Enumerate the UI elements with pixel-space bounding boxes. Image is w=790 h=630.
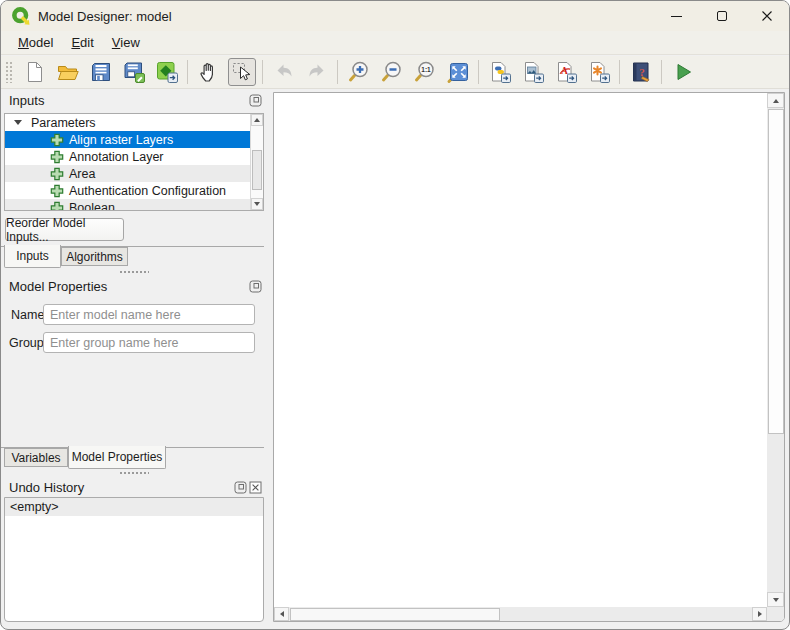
new-model-button[interactable]	[21, 58, 49, 86]
toolbar-separator	[262, 60, 263, 84]
tree-item-boolean[interactable]: Boolean	[5, 199, 250, 211]
undo-history-list: <empty>	[4, 497, 264, 622]
toolbar: 1:1	[1, 56, 789, 89]
horizontal-scrollbar-thumb[interactable]	[290, 608, 500, 621]
save-model-as-button[interactable]	[120, 58, 148, 86]
export-python-icon	[488, 60, 512, 84]
close-panel-icon[interactable]	[249, 481, 262, 494]
help-button[interactable]: ?	[627, 58, 655, 86]
maximize-icon	[717, 11, 727, 21]
toolbar-separator	[661, 60, 662, 84]
tab-model-properties[interactable]: Model Properties	[68, 446, 166, 469]
tab-inputs[interactable]: Inputs	[4, 245, 61, 268]
group-label: Group	[9, 336, 44, 350]
tree-item-area[interactable]: Area	[5, 165, 250, 182]
left-dock-area: Inputs Parameters Align raster Layers An…	[1, 89, 267, 622]
pan-icon	[197, 60, 221, 84]
scroll-up-icon[interactable]	[251, 114, 263, 126]
inputs-tree: Parameters Align raster Layers Annotatio…	[4, 113, 264, 211]
toolbar-separator	[337, 60, 338, 84]
select-tool-button[interactable]	[228, 58, 256, 86]
tab-algorithms[interactable]: Algorithms	[61, 247, 128, 266]
scroll-up-icon[interactable]	[767, 93, 784, 108]
float-panel-icon[interactable]	[249, 94, 262, 107]
open-model-button[interactable]	[54, 58, 82, 86]
zoom-full-button[interactable]	[444, 58, 472, 86]
plus-icon	[50, 150, 64, 164]
export-pdf-button[interactable]: A	[552, 58, 580, 86]
close-button[interactable]	[744, 1, 789, 31]
scrollbar-corner	[767, 607, 784, 621]
tree-item-authentication-configuration[interactable]: Authentication Configuration	[5, 182, 250, 199]
zoom-actual-button[interactable]: 1:1	[411, 58, 439, 86]
zoom-in-button[interactable]	[345, 58, 373, 86]
window-title: Model Designer: model	[38, 9, 172, 24]
inputs-panel-title: Inputs	[9, 93, 44, 108]
toolbar-separator	[619, 60, 620, 84]
minimize-button[interactable]	[654, 1, 699, 31]
pan-tool-button[interactable]	[195, 58, 223, 86]
export-svg-button[interactable]	[585, 58, 613, 86]
select-icon	[230, 60, 254, 84]
qgis-logo-icon	[11, 6, 31, 26]
save-model-in-project-icon	[155, 60, 179, 84]
splitter-handle[interactable]	[119, 471, 149, 475]
menu-view[interactable]: View	[103, 32, 149, 53]
scroll-right-icon[interactable]	[752, 607, 767, 621]
svg-text:1:1: 1:1	[421, 66, 431, 73]
plus-icon	[50, 184, 64, 198]
plus-icon	[50, 133, 64, 147]
toolbar-separator	[187, 60, 188, 84]
help-icon: ?	[629, 60, 653, 84]
undo-button	[270, 58, 298, 86]
tree-scrollbar[interactable]	[250, 114, 263, 210]
model-canvas[interactable]	[273, 92, 785, 622]
toolbar-separator	[478, 60, 479, 84]
model-group-input[interactable]	[43, 332, 255, 353]
zoom-out-icon	[380, 60, 404, 84]
export-image-button[interactable]	[519, 58, 547, 86]
tree-scrollbar-thumb[interactable]	[252, 150, 262, 190]
tree-item-align-raster-layers[interactable]: Align raster Layers	[5, 131, 250, 148]
save-model-icon	[89, 60, 113, 84]
plus-icon	[50, 167, 64, 181]
undo-history-panel-title: Undo History	[9, 480, 84, 495]
run-model-button[interactable]	[669, 58, 697, 86]
reorder-model-inputs-button[interactable]: Reorder Model Inputs...	[5, 218, 124, 241]
scroll-down-icon[interactable]	[251, 198, 263, 210]
export-python-button[interactable]	[486, 58, 514, 86]
export-image-icon	[521, 60, 545, 84]
scroll-left-icon[interactable]	[274, 607, 289, 621]
menu-bar: Model Edit View	[1, 31, 789, 55]
toolbar-drag-handle[interactable]	[5, 61, 12, 83]
tree-item-annotation-layer[interactable]: Annotation Layer	[5, 148, 250, 165]
splitter-handle[interactable]	[119, 270, 149, 274]
minimize-icon	[671, 16, 682, 17]
canvas-horizontal-scrollbar[interactable]	[274, 607, 767, 621]
open-model-icon	[56, 60, 80, 84]
zoom-out-button[interactable]	[378, 58, 406, 86]
undo-icon	[272, 60, 296, 84]
redo-icon	[305, 60, 329, 84]
maximize-button[interactable]	[699, 1, 744, 31]
scroll-down-icon[interactable]	[767, 592, 784, 607]
save-model-as-icon	[122, 60, 146, 84]
redo-button	[303, 58, 331, 86]
canvas-vertical-scrollbar[interactable]	[767, 93, 784, 607]
chevron-down-icon[interactable]	[14, 120, 22, 125]
tree-item-parameters[interactable]: Parameters	[5, 114, 250, 131]
save-model-in-project-button[interactable]	[153, 58, 181, 86]
model-properties-panel-title: Model Properties	[9, 279, 107, 294]
undo-history-item-empty[interactable]: <empty>	[5, 498, 263, 516]
tab-variables[interactable]: Variables	[4, 448, 68, 467]
svg-text:A: A	[561, 66, 568, 76]
float-panel-icon[interactable]	[234, 481, 247, 494]
vertical-scrollbar-thumb[interactable]	[768, 109, 784, 434]
zoom-actual-icon: 1:1	[413, 60, 437, 84]
menu-edit[interactable]: Edit	[62, 32, 102, 53]
model-designer-window: Model Designer: model Model Edit View	[0, 0, 790, 630]
float-panel-icon[interactable]	[249, 280, 262, 293]
menu-model[interactable]: Model	[9, 32, 62, 53]
model-name-input[interactable]	[43, 304, 255, 325]
save-model-button[interactable]	[87, 58, 115, 86]
